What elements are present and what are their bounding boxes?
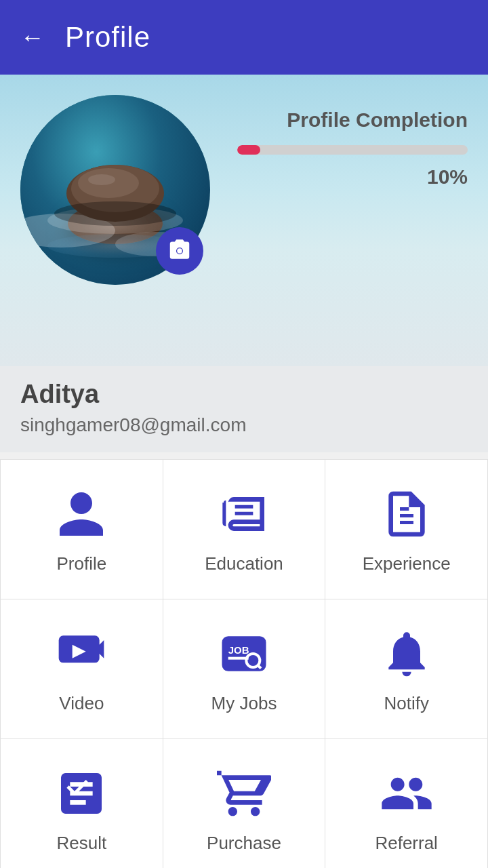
- completion-section: Profile Completion 10%: [237, 95, 468, 189]
- video-icon: [54, 627, 108, 681]
- user-info: Aditya singhgamer08@gmail.com: [0, 366, 488, 452]
- camera-button[interactable]: [156, 227, 203, 275]
- person-icon: [54, 487, 108, 541]
- grid-label-purchase: Purchase: [207, 833, 281, 854]
- completion-label: Profile Completion: [237, 108, 468, 132]
- grid-label-referral: Referral: [375, 833, 437, 854]
- page-title: Profile: [65, 21, 150, 54]
- grid-menu: Profile Education Experience Video JOB: [0, 459, 488, 868]
- back-button[interactable]: ←: [20, 23, 45, 52]
- book-icon: [217, 487, 271, 541]
- grid-item-education[interactable]: Education: [163, 460, 326, 599]
- check-icon: [54, 766, 108, 821]
- grid-label-profile: Profile: [56, 553, 106, 574]
- user-email: singhgamer08@gmail.com: [20, 414, 468, 436]
- grid-item-experience[interactable]: Experience: [325, 460, 488, 599]
- svg-point-6: [88, 174, 115, 185]
- progress-fill: [237, 145, 260, 155]
- user-name: Aditya: [20, 380, 468, 409]
- completion-percent: 10%: [237, 165, 468, 189]
- svg-text:JOB: JOB: [228, 644, 249, 656]
- referral-icon: [380, 766, 434, 821]
- svg-point-7: [54, 201, 176, 226]
- grid-item-referral[interactable]: Referral: [325, 739, 488, 868]
- grid-item-myjobs[interactable]: JOB My Jobs: [163, 599, 326, 739]
- avatar-section: [20, 95, 210, 285]
- grid-label-education: Education: [205, 553, 283, 574]
- grid-label-notify: Notify: [384, 693, 428, 714]
- grid-label-video: Video: [59, 693, 104, 714]
- grid-item-purchase[interactable]: Purchase: [163, 739, 326, 868]
- jobs-icon: JOB: [217, 627, 271, 681]
- document-icon: [380, 487, 434, 541]
- grid-label-experience: Experience: [363, 553, 451, 574]
- profile-banner: Profile Completion 10%: [0, 75, 488, 366]
- camera-icon: [167, 238, 192, 264]
- grid-item-notify[interactable]: Notify: [325, 599, 488, 739]
- grid-item-profile[interactable]: Profile: [1, 460, 163, 599]
- grid-item-result[interactable]: Result: [1, 739, 163, 868]
- grid-label-result: Result: [56, 833, 106, 854]
- grid-item-video[interactable]: Video: [1, 599, 163, 739]
- progress-bar: [237, 145, 468, 155]
- app-header: ← Profile: [0, 0, 488, 75]
- grid-label-myjobs: My Jobs: [211, 693, 277, 714]
- cart-icon: [217, 766, 271, 821]
- bell-icon: [380, 627, 434, 681]
